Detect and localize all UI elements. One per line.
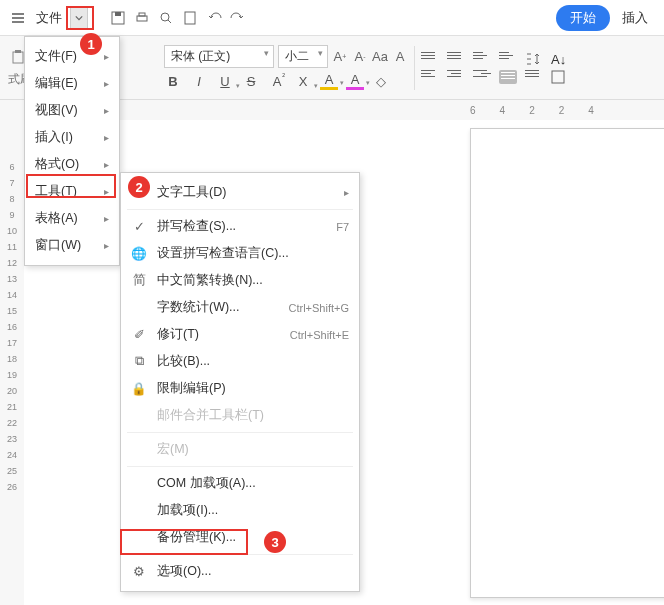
convert-icon: 简 (131, 273, 147, 289)
menu-options[interactable]: ⚙选项(O)... (121, 558, 359, 585)
ruler-tick: 10 (7, 226, 17, 236)
ruler-tick: 6 (9, 162, 14, 172)
main-menu-item[interactable]: 格式(O)▸ (25, 151, 119, 178)
align-center-button[interactable] (447, 70, 465, 84)
main-menu-item[interactable]: 视图(V)▸ (25, 97, 119, 124)
menu-cn-convert[interactable]: 简中文简繁转换(N)... (121, 267, 359, 294)
ruler-tick: 24 (7, 450, 17, 460)
subscript-button[interactable]: X (294, 72, 312, 90)
highlight-button[interactable]: A (320, 72, 338, 90)
ruler-tick: 6 (470, 105, 476, 116)
clear-format-icon[interactable]: A (392, 48, 408, 66)
superscript-button[interactable]: A (268, 72, 286, 90)
menu-restrict[interactable]: 🔒限制编辑(P) (121, 375, 359, 402)
main-menu-item[interactable]: 文件(F)▸ (25, 43, 119, 70)
ruler-tick: 11 (7, 242, 17, 252)
start-button[interactable]: 开始 (556, 5, 610, 31)
ruler-tick: 13 (7, 274, 17, 284)
undo-icon[interactable] (204, 8, 224, 28)
text-tools-icon: ✎ (131, 185, 147, 201)
ruler-tick: 26 (7, 482, 17, 492)
svg-rect-8 (552, 71, 564, 83)
ruler-tick: 17 (7, 338, 17, 348)
ruler-tick: 2 (559, 105, 565, 116)
menu-mailmerge: 邮件合并工具栏(T) (121, 402, 359, 429)
hamburger-icon[interactable] (8, 8, 28, 28)
preview-icon[interactable] (156, 8, 176, 28)
document-page[interactable] (470, 128, 664, 598)
ruler-tick: 15 (7, 306, 17, 316)
svg-point-4 (161, 13, 169, 21)
menu-spell-lang[interactable]: 🌐设置拼写检查语言(C)... (121, 240, 359, 267)
svg-rect-3 (139, 13, 145, 16)
ruler-tick: 16 (7, 322, 17, 332)
ruler-tick: 4 (588, 105, 594, 116)
italic-button[interactable]: I (190, 72, 208, 90)
svg-rect-5 (185, 12, 195, 24)
svg-rect-6 (13, 52, 23, 63)
main-menu-item[interactable]: 窗口(W)▸ (25, 232, 119, 259)
ruler-tick: 8 (9, 194, 14, 204)
lock-icon: 🔒 (131, 381, 147, 397)
strike-button[interactable]: S (242, 72, 260, 90)
print-icon[interactable] (132, 8, 152, 28)
globe-icon: 🌐 (131, 246, 147, 262)
ruler-tick: 4 (500, 105, 506, 116)
file-menu-button[interactable]: 文件 (32, 7, 66, 29)
ruler-tick: 14 (7, 290, 17, 300)
bullet-list-button[interactable] (421, 52, 439, 66)
align-justify-button[interactable] (499, 70, 517, 84)
menu-word-count[interactable]: 字数统计(W)...Ctrl+Shift+G (121, 294, 359, 321)
line-spacing-button[interactable] (525, 52, 543, 66)
font-size-select[interactable]: 小二 (278, 45, 328, 68)
ruler-tick: 12 (7, 258, 17, 268)
number-list-button[interactable] (447, 52, 465, 66)
sort-button[interactable]: A↓ (551, 52, 569, 66)
decrease-font-icon[interactable]: A- (352, 48, 368, 66)
align-left-button[interactable] (421, 70, 439, 84)
distribute-button[interactable] (525, 70, 543, 84)
file-dropdown-icon[interactable] (70, 6, 88, 30)
menu-compare[interactable]: ⧉比较(B)... (121, 348, 359, 375)
bold-button[interactable]: B (164, 72, 182, 90)
main-menu-item[interactable]: 编辑(E)▸ (25, 70, 119, 97)
font-color-button[interactable]: A (346, 72, 364, 90)
ruler-tick: 23 (7, 434, 17, 444)
outdent-button[interactable] (473, 52, 491, 66)
spell-icon: ✓ (131, 219, 147, 235)
menu-text-tools[interactable]: ✎文字工具(D)▸ (121, 179, 359, 206)
ruler-tick: 20 (7, 386, 17, 396)
ruler-tick: 9 (9, 210, 14, 220)
save-icon[interactable] (108, 8, 128, 28)
ruler-tick: 22 (7, 418, 17, 428)
insert-tab[interactable]: 插入 (614, 9, 656, 27)
pdf-icon[interactable] (180, 8, 200, 28)
compare-icon: ⧉ (131, 354, 147, 370)
increase-font-icon[interactable]: A+ (332, 48, 348, 66)
menu-addon[interactable]: 加载项(I)... (121, 497, 359, 524)
menu-revise[interactable]: ✐修订(T)Ctrl+Shift+E (121, 321, 359, 348)
ruler-tick: 21 (7, 402, 17, 412)
align-right-button[interactable] (473, 70, 491, 84)
main-menu-item[interactable]: 表格(A)▸ (25, 205, 119, 232)
indent-button[interactable] (499, 52, 517, 66)
menu-com-addon[interactable]: COM 加载项(A)... (121, 470, 359, 497)
clear-button[interactable]: ◇ (372, 72, 390, 90)
ruler-tick: 25 (7, 466, 17, 476)
underline-button[interactable]: U (216, 72, 234, 90)
ruler-tick: 19 (7, 370, 17, 380)
main-menu-item[interactable]: 工具(T)▸ (25, 178, 119, 205)
main-menu-dropdown: 文件(F)▸编辑(E)▸视图(V)▸插入(I)▸格式(O)▸工具(T)▸表格(A… (24, 36, 120, 266)
redo-icon[interactable] (228, 8, 248, 28)
ruler-vertical-area: 67891011121314151617181920212223242526 (0, 100, 24, 605)
tools-submenu: ✎文字工具(D)▸ ✓拼写检查(S)...F7 🌐设置拼写检查语言(C)... … (120, 172, 360, 592)
file-label: 文件 (36, 9, 62, 27)
menu-spell-check[interactable]: ✓拼写检查(S)...F7 (121, 213, 359, 240)
menu-backup[interactable]: 备份管理(K)... (121, 524, 359, 551)
font-name-select[interactable]: 宋体 (正文) (164, 45, 274, 68)
menu-macro: 宏(M) (121, 436, 359, 463)
change-case-icon[interactable]: Aa (372, 48, 388, 66)
ruler-tick: 2 (529, 105, 535, 116)
main-menu-item[interactable]: 插入(I)▸ (25, 124, 119, 151)
shading-button[interactable] (551, 70, 569, 84)
